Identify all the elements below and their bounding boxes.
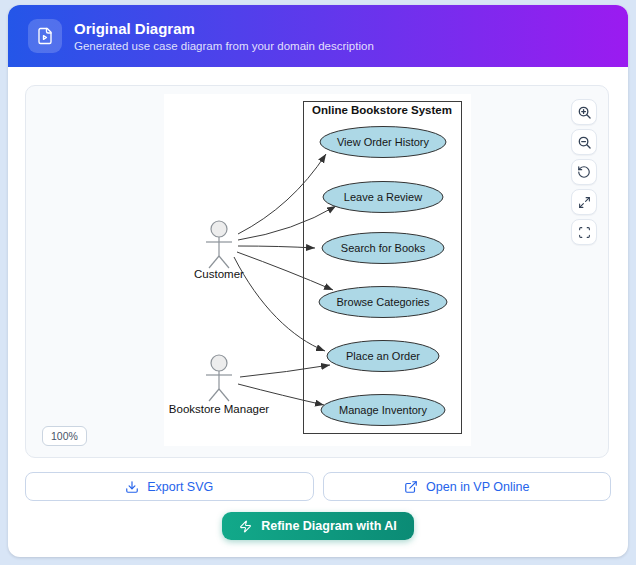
- card-header: Original Diagram Generated use case diag…: [8, 5, 628, 67]
- lightning-icon: [239, 520, 252, 533]
- actor-bookstore-manager: Bookstore Manager: [169, 355, 270, 415]
- expand-icon: [578, 196, 591, 209]
- diagram-canvas[interactable]: Online Bookstore System View Or: [25, 85, 609, 458]
- diagram-document-icon: [28, 19, 62, 53]
- actor-customer: Customer: [194, 221, 244, 280]
- open-vp-online-label: Open in VP Online: [426, 480, 529, 494]
- actions-row: Export SVG Open in VP Online: [25, 472, 611, 501]
- zoom-out-button[interactable]: [571, 129, 597, 155]
- refine-diagram-button[interactable]: Refine Diagram with AI: [222, 512, 414, 540]
- download-icon: [125, 480, 139, 494]
- use-case-place-an-order: Place an Order: [327, 341, 439, 372]
- page-subtitle: Generated use case diagram from your dom…: [74, 40, 374, 53]
- external-link-icon: [404, 480, 418, 494]
- refine-diagram-label: Refine Diagram with AI: [261, 519, 397, 533]
- svg-text:Search for Books: Search for Books: [341, 242, 426, 254]
- reset-view-button[interactable]: [571, 159, 597, 185]
- zoom-in-button[interactable]: [571, 99, 597, 125]
- svg-text:View Order History: View Order History: [337, 136, 430, 148]
- use-case-leave-a-review: Leave a Review: [323, 182, 443, 213]
- use-case-browse-categories: Browse Categories: [319, 287, 447, 318]
- svg-text:Manage Inventory: Manage Inventory: [339, 404, 428, 416]
- zoom-in-icon: [578, 106, 591, 119]
- system-title: Online Bookstore System: [312, 104, 452, 116]
- expand-button[interactable]: [571, 189, 597, 215]
- rotate-ccw-icon: [577, 165, 591, 179]
- fit-to-screen-button[interactable]: [571, 219, 597, 245]
- zoom-level-badge: 100%: [42, 426, 87, 446]
- actor-bookstore-manager-label: Bookstore Manager: [169, 403, 270, 415]
- fit-corners-icon: [578, 226, 591, 239]
- export-svg-label: Export SVG: [147, 480, 213, 494]
- use-case-manage-inventory: Manage Inventory: [321, 395, 445, 426]
- open-vp-online-button[interactable]: Open in VP Online: [323, 472, 612, 501]
- svg-text:Browse Categories: Browse Categories: [337, 296, 430, 308]
- zoom-out-icon: [578, 136, 591, 149]
- canvas-controls: [571, 99, 597, 245]
- svg-text:Leave a Review: Leave a Review: [344, 191, 422, 203]
- refine-row: Refine Diagram with AI: [8, 512, 628, 540]
- diagram-card: Original Diagram Generated use case diag…: [8, 5, 628, 557]
- diagram-surface: Online Bookstore System View Or: [164, 94, 471, 446]
- use-case-view-order-history: View Order History: [320, 127, 446, 158]
- export-svg-button[interactable]: Export SVG: [25, 472, 314, 501]
- svg-text:Place an Order: Place an Order: [346, 350, 420, 362]
- page-title: Original Diagram: [74, 20, 374, 38]
- use-case-search-for-books: Search for Books: [322, 233, 444, 264]
- actor-customer-label: Customer: [194, 268, 244, 280]
